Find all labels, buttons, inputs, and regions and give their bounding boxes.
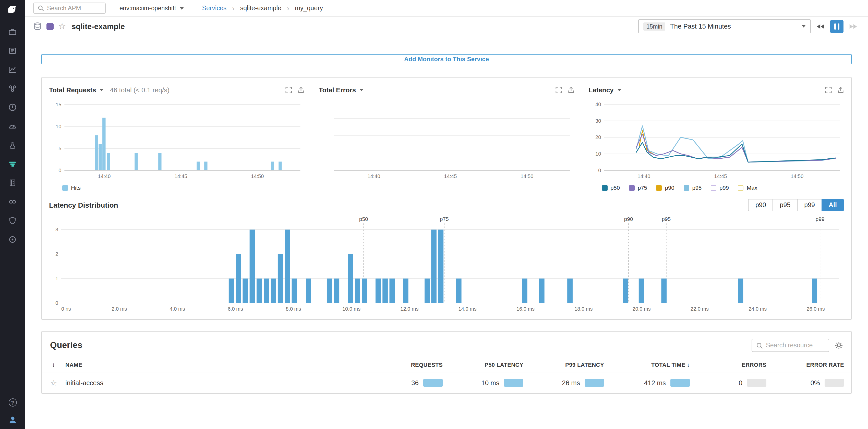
cell-total-time: 412 ms — [611, 379, 697, 387]
resource-search-box[interactable] — [752, 339, 829, 352]
column-p99-latency[interactable]: P99 LATENCY — [530, 361, 611, 367]
legend-item-p50[interactable]: p50 — [602, 185, 620, 191]
chart-summary: 46 total (< 0.1 req/s) — [110, 86, 169, 94]
chart-actions — [825, 87, 844, 93]
chart-legend: Hits — [49, 182, 305, 194]
query-name[interactable]: initial-access — [65, 379, 373, 387]
legend-item-hits[interactable]: Hits — [62, 185, 81, 191]
legend-item-p95[interactable]: p95 — [683, 185, 702, 191]
column-total-time[interactable]: TOTAL TIME↓ — [611, 361, 697, 367]
synthetics-target-icon[interactable] — [8, 235, 17, 244]
export-icon[interactable] — [567, 87, 574, 93]
apm-search-box[interactable] — [33, 3, 106, 14]
expand-icon[interactable] — [286, 87, 292, 93]
help-icon[interactable]: ? — [8, 398, 17, 406]
total-errors-plot[interactable]: 14:4014:4514:50 — [319, 96, 575, 182]
svg-text:20.0 ms: 20.0 ms — [632, 306, 651, 312]
service-map-nodes-icon[interactable] — [8, 84, 17, 93]
apm-flamegraph-icon-active[interactable] — [8, 160, 17, 168]
svg-text:14:50: 14:50 — [790, 173, 803, 179]
chevron-down-icon[interactable] — [617, 89, 621, 91]
svg-text:0: 0 — [59, 168, 61, 173]
legend-item-max[interactable]: Max — [738, 185, 757, 191]
breadcrumb-service[interactable]: sqlite-example — [240, 5, 281, 12]
favorite-star-icon[interactable]: ☆ — [58, 22, 66, 31]
p99-button[interactable]: p99 — [797, 199, 822, 211]
fast-forward-button[interactable] — [846, 20, 860, 33]
expand-icon[interactable] — [555, 87, 562, 93]
svg-text:30: 30 — [595, 118, 601, 124]
chart-title[interactable]: Latency — [588, 86, 614, 94]
chevron-right-icon: › — [287, 4, 289, 12]
chart-title[interactable]: Total Errors — [319, 86, 356, 94]
briefcase-icon[interactable] — [8, 28, 17, 36]
column-errors[interactable]: ERRORS — [697, 361, 774, 367]
notebook-icon[interactable] — [8, 178, 17, 187]
legend-item-p75[interactable]: p75 — [629, 185, 647, 191]
export-icon[interactable] — [298, 87, 305, 93]
apm-search-input[interactable] — [47, 5, 101, 12]
column-error-rate[interactable]: ERROR RATE — [774, 361, 851, 367]
export-icon[interactable] — [837, 87, 844, 93]
total-requests-plot[interactable]: 05101514:4014:4514:50 — [49, 96, 305, 182]
dashboards-chart-icon[interactable] — [8, 65, 17, 74]
legend-swatch — [711, 185, 716, 191]
table-row[interactable]: ☆ initial-access 36 10 ms 26 ms 412 ms 0… — [42, 372, 851, 393]
pause-button[interactable] — [830, 20, 843, 33]
svg-text:22.0 ms: 22.0 ms — [690, 306, 709, 312]
topbar: env:maxim-openshift Services › sqlite-ex… — [25, 0, 868, 17]
database-icon — [33, 22, 42, 31]
column-requests[interactable]: REQUESTS — [373, 361, 450, 367]
time-range-label: The Past 15 Minutes — [670, 23, 797, 30]
percentile-button-group: p90 p95 p99 All — [749, 199, 844, 211]
rewind-button[interactable] — [814, 20, 827, 33]
chart-legend — [319, 182, 575, 194]
env-selector[interactable]: env:maxim-openshift — [120, 5, 184, 12]
add-monitors-button[interactable]: Add Monitors to This Service — [41, 54, 852, 64]
p99-latency-bar — [585, 379, 604, 387]
events-list-icon[interactable] — [8, 46, 17, 55]
legend-item-p99[interactable]: p99 — [711, 185, 729, 191]
svg-text:14:50: 14:50 — [521, 173, 533, 179]
sort-column-icon[interactable]: ↓ — [42, 361, 65, 368]
breadcrumb-services-link[interactable]: Services — [202, 5, 226, 12]
svg-text:10: 10 — [595, 151, 601, 157]
p90-button[interactable]: p90 — [748, 199, 773, 211]
gear-icon[interactable] — [835, 341, 843, 350]
svg-text:p90: p90 — [624, 216, 633, 222]
chart-header: Total Requests 46 total (< 0.1 req/s) — [49, 84, 305, 96]
chevron-down-icon[interactable] — [99, 89, 104, 91]
pipelines-icon[interactable] — [8, 197, 17, 206]
column-name[interactable]: NAME — [65, 361, 373, 367]
security-shield-icon[interactable] — [8, 216, 17, 225]
p95-button[interactable]: p95 — [773, 199, 798, 211]
total-requests-chart: Total Requests 46 total (< 0.1 req/s) 05… — [42, 84, 312, 194]
svg-text:14:40: 14:40 — [368, 173, 380, 179]
datadog-logo-icon[interactable] — [6, 4, 20, 20]
legend-swatch — [683, 185, 689, 191]
svg-text:2.0 ms: 2.0 ms — [112, 306, 127, 312]
expand-icon[interactable] — [825, 87, 832, 93]
chevron-down-icon — [180, 7, 184, 9]
chevron-down-icon[interactable] — [360, 89, 364, 91]
integrations-flask-icon[interactable] — [8, 141, 17, 150]
user-account-icon[interactable] — [8, 415, 17, 424]
page-title: sqlite-example — [72, 22, 125, 31]
all-button[interactable]: All — [822, 199, 844, 211]
row-star-icon[interactable]: ☆ — [42, 378, 65, 388]
column-p50-latency[interactable]: P50 LATENCY — [450, 361, 530, 367]
errors-bar — [747, 379, 766, 387]
service-color-chip — [46, 23, 54, 30]
chart-title[interactable]: Total Requests — [49, 86, 96, 94]
svg-text:14:45: 14:45 — [174, 173, 187, 179]
resource-search-input[interactable] — [766, 342, 825, 349]
time-range-picker[interactable]: 15min The Past 15 Minutes — [638, 20, 811, 33]
legend-item-p90[interactable]: p90 — [656, 185, 675, 191]
sort-desc-icon: ↓ — [687, 361, 690, 367]
metrics-gauge-icon[interactable] — [8, 122, 17, 131]
monitors-alert-icon[interactable] — [8, 103, 17, 112]
latency-distribution-header: Latency Distribution p90 p95 p99 All — [42, 194, 851, 213]
latency-distribution-plot[interactable]: 01230 ns2.0 ms4.0 ms6.0 ms8.0 ms10.0 ms1… — [48, 214, 845, 314]
latency-chart: Latency 01020304014:4014:4514:50 p50 p75 — [581, 84, 851, 194]
latency-plot[interactable]: 01020304014:4014:4514:50 — [588, 96, 844, 182]
